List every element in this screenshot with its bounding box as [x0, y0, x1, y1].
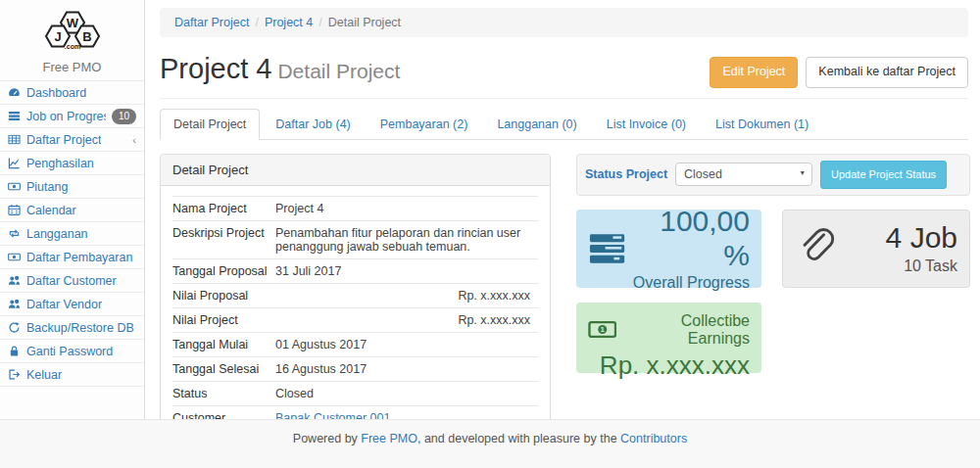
sidebar-item-penghasilan[interactable]: Penghasilan — [0, 152, 144, 175]
update-project-status-button[interactable]: Update Project Status — [820, 161, 947, 189]
tasks-icon — [8, 110, 21, 122]
breadcrumb-daftar-project[interactable]: Daftar Project — [174, 16, 249, 29]
sidebar-item-daftar-pembayaran[interactable]: Daftar Pembayaran — [0, 246, 144, 269]
lock-icon — [8, 345, 21, 357]
money-icon — [8, 180, 21, 193]
status-project-form: Status Project Closed Update Project Sta… — [576, 154, 970, 196]
users-icon — [8, 274, 21, 287]
tab-list-dokumen[interactable]: List Dokumen (1) — [702, 109, 822, 140]
sidebar-item-label: Langganan — [26, 227, 88, 241]
tab-bar: Detail Project Daftar Job (4) Pembayaran… — [160, 109, 968, 140]
sidebar-item-label: Dashboard — [26, 86, 86, 100]
sidebar-item-daftar-vendor[interactable]: Daftar Vendor — [0, 293, 144, 316]
chevron-left-icon: ‹ — [132, 134, 136, 146]
sidebar-item-label: Daftar Customer — [26, 274, 117, 288]
sidebar: W J B .com Free PMO Dashboard Job on Pro… — [0, 0, 145, 419]
row-label: Tanggal Proposal — [172, 258, 275, 283]
page-subtitle: Detail Project — [277, 60, 400, 82]
sidebar-item-keluar[interactable]: Keluar — [0, 363, 144, 387]
edit-project-button[interactable]: Edit Project — [710, 57, 798, 88]
collectible-earnings-box: 1 Collectibe Earnings Rp. x.xxx.xxx — [576, 303, 761, 373]
table-row: Tanggal Selesai 16 Agustus 2017 — [172, 356, 538, 381]
row-label: Nama Project — [172, 196, 275, 220]
sign-out-icon — [8, 368, 21, 381]
calendar-icon — [8, 204, 21, 216]
status-project-label: Status Project — [585, 167, 667, 181]
sidebar-item-label: Ganti Password — [26, 345, 113, 358]
breadcrumb-project-4[interactable]: Project 4 — [265, 16, 313, 29]
row-value: 31 Juli 2017 — [275, 258, 538, 283]
logo-letter-w: W — [66, 16, 78, 30]
logo-letter-b: B — [82, 29, 91, 44]
row-label: Deskripsi Project — [172, 220, 275, 258]
sidebar-item-calendar[interactable]: Calendar — [0, 199, 144, 222]
sidebar-item-label: Daftar Project — [26, 133, 101, 147]
brand-name: Free PMO — [0, 60, 144, 74]
overall-progress-value: 100,00 % — [628, 205, 750, 272]
row-label: Tanggal Mulai — [172, 332, 275, 356]
contributors-link[interactable]: Contributors — [620, 432, 687, 445]
row-value: 01 Agustus 2017 — [275, 332, 538, 356]
table-row: Tanggal Mulai 01 Agustus 2017 — [172, 332, 538, 356]
sidebar-item-label: Daftar Pembayaran — [26, 251, 132, 264]
job-count-box: 4 Job 10 Task — [782, 210, 970, 288]
money-icon: 1 — [588, 320, 616, 339]
job-count-value: 4 Job — [886, 221, 957, 256]
row-value: Penambahan fitur pelaporan dan rincian u… — [275, 220, 538, 258]
tab-pembayaran[interactable]: Pembayaran (2) — [367, 109, 482, 140]
row-value: Closed — [275, 381, 538, 405]
main-content: Daftar Project Project 4 Detail Project … — [145, 0, 980, 419]
app-window: W J B .com Free PMO Dashboard Job on Pro… — [0, 0, 980, 468]
detail-project-panel: Detail Project Nama Project Project 4 De… — [160, 154, 551, 420]
tab-detail-project[interactable]: Detail Project — [160, 109, 260, 140]
sidebar-item-daftar-project[interactable]: Daftar Project ‹ — [0, 128, 144, 152]
free-pmo-link[interactable]: Free PMO — [361, 432, 417, 445]
sidebar-item-ganti-password[interactable]: Ganti Password — [0, 340, 144, 363]
row-value: Rp. x.xxx.xxx — [275, 283, 538, 307]
row-value: Project 4 — [275, 196, 538, 220]
sidebar-item-label: Backup/Restore DB — [26, 321, 134, 335]
task-count-label: 10 Task — [886, 257, 957, 275]
dashboard-icon — [8, 86, 21, 99]
table-icon — [8, 133, 21, 146]
tab-daftar-job[interactable]: Daftar Job (4) — [262, 109, 364, 140]
tab-list-invoice[interactable]: List Invoice (0) — [593, 109, 700, 140]
row-label: Tanggal Selesai — [172, 356, 275, 381]
sidebar-item-daftar-customer[interactable]: Daftar Customer — [0, 269, 144, 293]
tab-langganan[interactable]: Langganan (0) — [483, 109, 590, 140]
users-icon — [8, 298, 21, 310]
status-select-wrap: Closed — [675, 163, 812, 186]
sidebar-nav: Dashboard Job on Progress 10 Daftar Proj… — [0, 80, 144, 387]
sidebar-item-piutang[interactable]: Piutang — [0, 175, 144, 199]
breadcrumb-current: Detail Project — [328, 16, 401, 29]
sidebar-item-dashboard[interactable]: Dashboard — [0, 81, 144, 105]
row-label: Customer — [172, 405, 275, 419]
panel-title: Detail Project — [161, 155, 550, 186]
logo-suffix: .com — [64, 43, 79, 50]
sidebar-item-langganan[interactable]: Langganan — [0, 222, 144, 246]
sidebar-item-job-on-progress[interactable]: Job on Progress 10 — [0, 105, 144, 128]
earnings-value: Rp. x.xxx.xxx — [588, 351, 750, 381]
table-row: Nilai Project Rp. x.xxx.xxx — [172, 307, 538, 332]
table-row: Nama Project Project 4 — [172, 196, 538, 220]
customer-link[interactable]: Bapak Customer 001 — [275, 411, 390, 420]
sidebar-item-label: Penghasilan — [26, 157, 94, 170]
sidebar-item-label: Keluar — [26, 368, 62, 382]
overall-progress-label: Overall Progress — [628, 274, 750, 292]
sidebar-item-label: Job on Progress — [26, 110, 106, 123]
page-title-text: Project 4 — [160, 53, 271, 84]
page-header: Project 4Detail Project Edit Project Kem… — [160, 49, 968, 99]
back-to-project-list-button[interactable]: Kembali ke daftar Project — [806, 57, 968, 88]
retweet-icon — [8, 227, 21, 240]
page-title: Project 4Detail Project — [160, 53, 400, 85]
table-row: Nilai Proposal Rp. x.xxx.xxx — [172, 283, 538, 307]
status-project-select[interactable]: Closed — [675, 163, 812, 186]
line-chart-icon — [8, 157, 21, 169]
sidebar-item-backup-restore[interactable]: Backup/Restore DB — [0, 316, 144, 340]
sidebar-item-label: Piutang — [26, 180, 68, 194]
footer-text: , and developed with pleasure by the — [417, 432, 620, 445]
sidebar-item-label: Calendar — [26, 204, 76, 217]
row-label: Nilai Project — [172, 307, 275, 332]
page-footer: Powered by Free PMO, and developed with … — [0, 419, 980, 468]
brand-logo: W J B .com Free PMO — [0, 0, 144, 80]
